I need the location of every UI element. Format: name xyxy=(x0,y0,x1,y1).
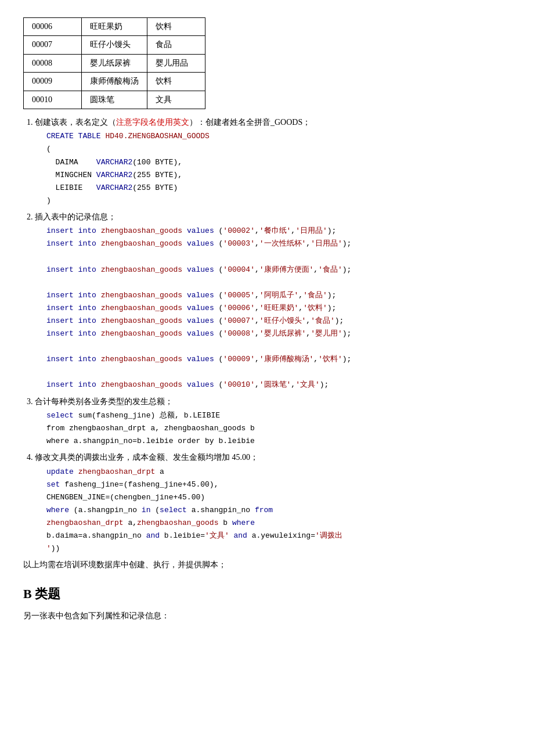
b-heading: B 类题 xyxy=(23,584,511,604)
table-row: 00010圆珠笔文具 xyxy=(24,91,205,109)
step-4: 修改文具类的调拨出业务，成本金额、发生金额均增加 45.00； update z… xyxy=(35,451,511,555)
step-3: 合计每种类别各业务类型的发生总额； select sum(fasheng_jin… xyxy=(35,395,511,448)
step-1-code: CREATE TABLE HD40.ZHENGBAOSHAN_GOODS ( D… xyxy=(46,130,511,207)
step-2-text: 插入表中的记录信息； xyxy=(35,213,116,221)
step-3-text: 合计每种类别各业务类型的发生总额； xyxy=(35,397,173,406)
step-1-text: 创建该表，表名定义（注意字段名使用英文）：创建者姓名全拼音_GOODS； xyxy=(35,118,311,127)
table-row: 00006旺旺果奶饮料 xyxy=(24,18,205,36)
step-3-code: select sum(fasheng_jine) 总额, b.LEIBIE fr… xyxy=(46,409,511,448)
steps-list: 创建该表，表名定义（注意字段名使用英文）：创建者姓名全拼音_GOODS； CRE… xyxy=(23,116,511,555)
goods-table: 00006旺旺果奶饮料00007旺仔小馒头食品00008婴儿纸尿裤婴儿用品000… xyxy=(23,17,205,109)
step-4-code: update zhengbaoshan_drpt a set fasheng_j… xyxy=(46,466,511,556)
step-1: 创建该表，表名定义（注意字段名使用英文）：创建者姓名全拼音_GOODS； CRE… xyxy=(35,116,511,207)
table-row: 00009康师傅酸梅汤饮料 xyxy=(24,73,205,91)
table-row: 00007旺仔小馒头食品 xyxy=(24,36,205,54)
step-2-code: insert into zhengbaoshan_goods values ('… xyxy=(46,225,511,391)
step-2: 插入表中的记录信息； insert into zhengbaoshan_good… xyxy=(35,211,511,392)
b-subtext: 另一张表中包含如下列属性和记录信息： xyxy=(23,610,511,622)
table-row: 00008婴儿纸尿裤婴儿用品 xyxy=(24,54,205,72)
footer-text: 以上均需在培训环境数据库中创建、执行，并提供脚本； xyxy=(23,559,511,571)
step-4-text: 修改文具类的调拨出业务，成本金额、发生金额均增加 45.00； xyxy=(35,453,258,462)
